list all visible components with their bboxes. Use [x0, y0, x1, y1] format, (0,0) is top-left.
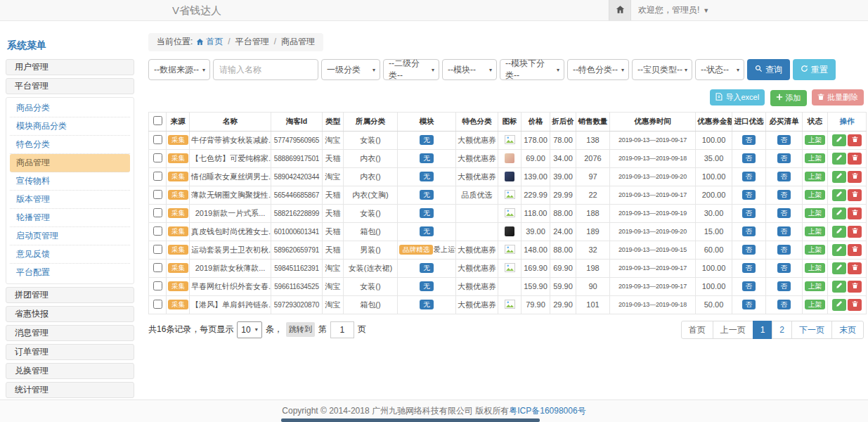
import-preferred-badge: 否: [742, 190, 756, 200]
source-badge: 采集: [168, 153, 188, 163]
add-button[interactable]: 添加: [770, 90, 807, 106]
filter-select[interactable]: --模块--▾: [442, 59, 497, 80]
sidebar-group-item[interactable]: 订单管理: [6, 344, 134, 360]
query-button[interactable]: 查询: [747, 59, 790, 80]
row-checkbox[interactable]: [153, 135, 162, 144]
delete-button[interactable]: [848, 299, 862, 311]
broken-image-icon: [505, 265, 515, 274]
source-cell: 采集: [167, 149, 190, 167]
table-row: 采集薄款无钢圈文胸聚拢性...565446685867天猫内衣(文胸)无品质优选…: [149, 186, 867, 204]
batch-delete-button[interactable]: 批量删除: [812, 89, 864, 106]
delete-button[interactable]: [848, 262, 862, 274]
sidebar-subitem[interactable]: 模块商品分类: [10, 117, 130, 136]
edit-button[interactable]: [832, 262, 846, 274]
row-checkbox[interactable]: [153, 263, 162, 272]
pagination-button[interactable]: 2: [772, 321, 792, 339]
delete-button[interactable]: [848, 207, 862, 219]
select-all-checkbox[interactable]: [153, 116, 162, 125]
jump-button[interactable]: 跳转到: [286, 322, 315, 337]
edit-button[interactable]: [832, 207, 846, 219]
pagination-button[interactable]: 末页: [831, 321, 864, 339]
refresh-icon: [801, 65, 808, 75]
filter-select[interactable]: 一级分类▾: [321, 59, 380, 80]
filter-select[interactable]: --宝贝类型--▾: [632, 59, 692, 80]
edit-button[interactable]: [832, 189, 846, 201]
edit-button[interactable]: [832, 226, 846, 238]
pagination-button[interactable]: 1: [753, 321, 773, 339]
discount-price-cell: 29.90: [550, 295, 576, 314]
row-checkbox[interactable]: [153, 226, 162, 236]
pagination-button[interactable]: 首页: [681, 321, 713, 339]
caret-down-icon: ▾: [202, 67, 205, 73]
edit-button[interactable]: [832, 171, 846, 183]
delete-button[interactable]: [848, 244, 862, 256]
breadcrumb-home-link[interactable]: 首页: [206, 37, 223, 46]
edit-button[interactable]: [832, 299, 846, 311]
must-buy-badge: 否: [777, 263, 791, 273]
user-menu[interactable]: 欢迎您，管理员!▼: [638, 0, 709, 21]
sidebar-subitem[interactable]: 特色分类: [10, 136, 130, 154]
import-excel-button[interactable]: 导入excel: [710, 89, 765, 106]
home-button[interactable]: [609, 0, 631, 20]
feature-category-cell: 大额优惠券: [456, 167, 498, 186]
row-checkbox[interactable]: [153, 245, 162, 254]
horizontal-scrollbar-thumb[interactable]: [281, 418, 540, 422]
sidebar-subitem-active[interactable]: 商品管理: [10, 154, 130, 172]
filter-select[interactable]: --二级分类--▾: [383, 59, 439, 80]
row-select-cell: [149, 186, 167, 204]
table-header-row: 来源名称淘客Id类型所属分类模块特色分类图标价格折后价销售数量优惠券时间优惠券金…: [149, 112, 867, 131]
sidebar-subitem[interactable]: 宣传物料: [10, 172, 130, 191]
edit-button[interactable]: [832, 153, 846, 165]
filter-select[interactable]: --状态--▾: [695, 59, 744, 80]
broken-image-icon: [505, 137, 515, 146]
edit-button[interactable]: [832, 134, 846, 146]
sidebar-subitem[interactable]: 平台配置: [10, 264, 130, 282]
filter-select[interactable]: --特色分类--▾: [567, 59, 629, 80]
edit-button[interactable]: [832, 244, 846, 256]
delete-button[interactable]: [848, 134, 862, 146]
delete-button[interactable]: [848, 171, 862, 183]
breadcrumb: 当前位置:首页/平台管理/商品管理: [148, 33, 323, 51]
reset-button[interactable]: 重置: [793, 59, 836, 80]
sidebar-group-item[interactable]: 平台管理: [6, 78, 134, 94]
feature-category-cell: 大额优惠券: [456, 295, 498, 314]
row-checkbox[interactable]: [153, 172, 162, 181]
sidebar-group-item[interactable]: 省惠快报: [6, 306, 134, 322]
must-buy-cell: 否: [766, 149, 803, 167]
per-page-select[interactable]: 10▾: [237, 321, 261, 338]
row-checkbox[interactable]: [153, 153, 162, 162]
sidebar-subitem[interactable]: 版本管理: [10, 191, 130, 209]
sales-count-cell: 32: [576, 241, 610, 259]
column-header: 优惠券金额: [696, 112, 732, 131]
row-select-cell: [149, 259, 167, 277]
sidebar-group-item[interactable]: 统计管理: [6, 382, 134, 398]
delete-button[interactable]: [848, 189, 862, 201]
delete-button[interactable]: [848, 281, 862, 293]
page-number-input[interactable]: [330, 321, 354, 338]
name-search-input[interactable]: [213, 59, 318, 80]
delete-button[interactable]: [848, 226, 862, 238]
sidebar-group-item[interactable]: 消息管理: [6, 325, 134, 341]
row-checkbox[interactable]: [153, 300, 162, 309]
delete-button[interactable]: [848, 153, 862, 165]
row-checkbox[interactable]: [153, 208, 162, 217]
filter-select[interactable]: --模块下分类--▾: [500, 59, 564, 80]
sidebar-group-item[interactable]: 兑换管理: [6, 363, 134, 379]
sidebar-subitem[interactable]: 商品分类: [10, 99, 130, 117]
price-cell: 69.00: [522, 149, 550, 167]
coupon-time-cell: 2019-09-13—2019-09-18: [610, 149, 696, 167]
sidebar-heading: 系统菜单: [7, 39, 133, 52]
import-preferred-cell: 否: [732, 222, 766, 241]
sidebar-subitem[interactable]: 轮播管理: [10, 209, 130, 227]
sidebar-subitem[interactable]: 启动页管理: [10, 227, 130, 245]
sidebar-group-item[interactable]: 用户管理: [6, 59, 134, 75]
filter-select[interactable]: --数据来源--▾: [148, 59, 210, 80]
sidebar-subitem[interactable]: 意见反馈: [10, 245, 130, 264]
pagination-button[interactable]: 下一页: [791, 321, 832, 339]
row-checkbox[interactable]: [153, 281, 162, 290]
pagination-button[interactable]: 上一页: [713, 321, 753, 339]
edit-button[interactable]: [832, 281, 846, 293]
row-checkbox[interactable]: [153, 190, 162, 199]
sidebar-group-item[interactable]: 拼团管理: [6, 287, 134, 303]
icp-link[interactable]: 粤ICP备16098006号: [509, 406, 585, 416]
